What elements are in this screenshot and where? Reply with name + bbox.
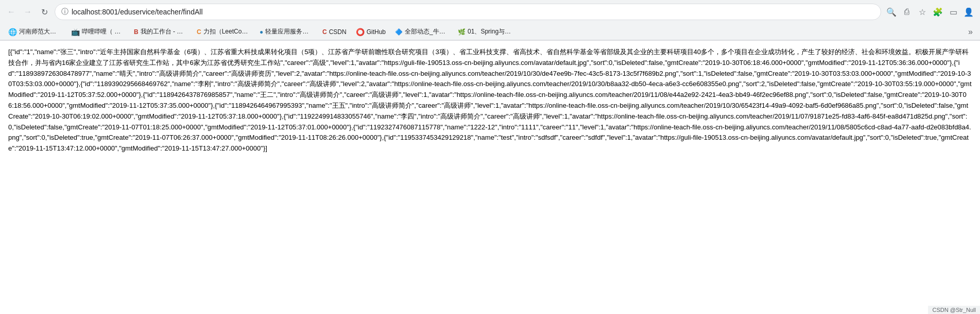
- bookmarks-bar: 🌐 河南师范大学校园... 📺 哔哩哔哩（ ゜- ゜）つ... B 我的工作台 …: [0, 24, 980, 40]
- sidepanel-button[interactable]: ▭: [946, 5, 960, 19]
- bookmark-item-0[interactable]: 🌐 河南师范大学校园...: [4, 26, 66, 38]
- bookmark-favicon-6: ⭕: [356, 28, 365, 36]
- sidepanel-icon: ▭: [950, 7, 957, 17]
- json-response-text: [{"id":"1","name":"张三","intro":"近年主持国家自然…: [8, 47, 972, 154]
- page-content: [{"id":"1","name":"张三","intro":"近年主持国家自然…: [0, 41, 980, 299]
- reload-button[interactable]: ↻: [37, 5, 51, 19]
- bookmark-label-2: 我的工作台 - Gitee...: [141, 27, 187, 36]
- bookmark-label-0: 河南师范大学校园...: [19, 27, 62, 36]
- nav-buttons: ← → ↻: [4, 5, 51, 19]
- bookmark-item-4[interactable]: ● 轻量应用服务器管...: [255, 26, 317, 38]
- bookmark-label-4: 轻量应用服务器管...: [265, 27, 313, 36]
- bookmark-item-1[interactable]: 📺 哔哩哔哩（ ゜- ゜）つ...: [67, 26, 129, 38]
- bookmark-item-2[interactable]: B 我的工作台 - Gitee...: [130, 26, 192, 38]
- share-icon: ⎙: [904, 7, 909, 16]
- bookmark-button[interactable]: ☆: [915, 5, 930, 19]
- bookmark-label-3: 力扣（LeetCode）...: [203, 27, 250, 36]
- toolbar-icons: 🔍 ⎙ ☆ 🧩 ▭ 👤: [884, 5, 976, 19]
- bookmark-label-8: 01、Spring与Spri...: [468, 27, 511, 36]
- bookmark-favicon-1: 📺: [71, 28, 80, 36]
- back-arrow-icon: ←: [7, 7, 15, 16]
- bookmark-item-7[interactable]: 🔷 全部动态_牛客网: [391, 26, 453, 38]
- forward-button[interactable]: →: [21, 5, 35, 19]
- bookmark-favicon-5: C: [322, 28, 327, 36]
- bookmark-label-1: 哔哩哔哩（ ゜- ゜）つ...: [82, 27, 125, 36]
- address-text: localhost:8001/eduservice/teacher/findAl…: [72, 8, 874, 16]
- bookmark-label-6: GitHub: [367, 28, 386, 36]
- browser-chrome: ← → ↻ ⓘ localhost:8001/eduservice/teache…: [0, 0, 980, 41]
- zoom-icon: 🔍: [886, 7, 897, 17]
- reload-icon: ↻: [41, 7, 48, 17]
- profile-icon: 👤: [964, 7, 974, 17]
- bookmark-item-6[interactable]: ⭕ GitHub: [352, 26, 390, 38]
- address-bar[interactable]: ⓘ localhost:8001/eduservice/teacher/find…: [55, 4, 881, 20]
- extension-button[interactable]: 🧩: [931, 5, 945, 19]
- forward-arrow-icon: →: [24, 7, 32, 16]
- zoom-button[interactable]: 🔍: [884, 5, 899, 19]
- bookmark-favicon-2: B: [134, 28, 139, 36]
- bookmark-favicon-3: C: [197, 28, 201, 36]
- bookmark-favicon-7: 🔷: [395, 28, 403, 36]
- share-button[interactable]: ⎙: [900, 5, 914, 19]
- extension-icon: 🧩: [933, 7, 943, 17]
- bookmark-item-3[interactable]: C 力扣（LeetCode）...: [193, 26, 254, 38]
- star-icon: ☆: [919, 7, 926, 17]
- bookmark-item-5[interactable]: C CSDN: [318, 27, 351, 37]
- lock-icon: ⓘ: [61, 7, 68, 16]
- bookmark-item-8[interactable]: 🌿 01、Spring与Spri...: [454, 26, 515, 38]
- bookmark-label-7: 全部动态_牛客网: [405, 27, 449, 36]
- bookmark-favicon-8: 🌿: [458, 28, 466, 36]
- bookmark-favicon-0: 🌐: [8, 28, 17, 36]
- browser-toolbar: ← → ↻ ⓘ localhost:8001/eduservice/teache…: [0, 0, 980, 24]
- bookmark-label-5: CSDN: [329, 28, 347, 36]
- bookmark-favicon-4: ●: [260, 28, 263, 36]
- bookmarks-more-button[interactable]: »: [965, 26, 976, 38]
- back-button[interactable]: ←: [4, 5, 19, 19]
- profile-button[interactable]: 👤: [961, 5, 976, 19]
